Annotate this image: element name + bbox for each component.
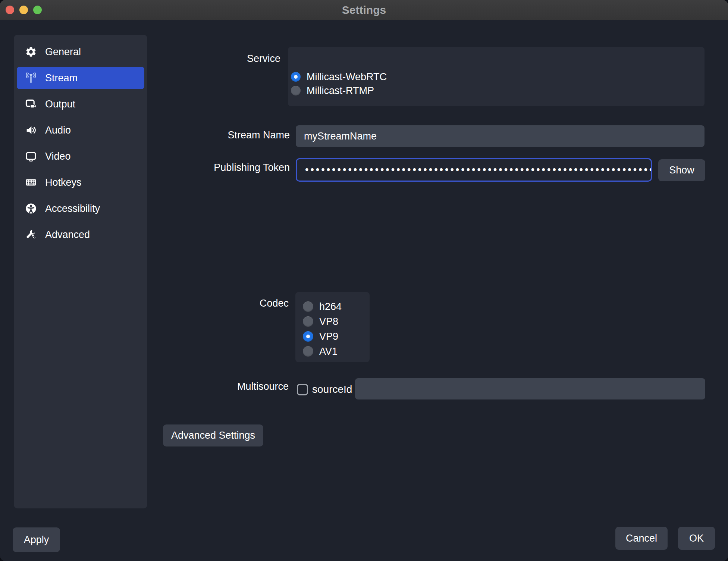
sidebar-item-hotkeys[interactable]: Hotkeys <box>17 171 144 194</box>
codec-option-vp9[interactable]: VP9 <box>303 331 370 342</box>
service-option-millicast-webrtc[interactable]: Millicast-WebRTC <box>291 72 705 82</box>
radio-unselected-icon[interactable] <box>303 346 313 357</box>
gear-icon <box>25 46 37 58</box>
screen-camera-icon <box>25 98 37 110</box>
codec-option-h264[interactable]: h264 <box>303 301 370 312</box>
keyboard-icon <box>25 176 37 188</box>
sidebar-item-stream[interactable]: Stream <box>17 67 144 89</box>
sidebar-item-label: General <box>45 46 81 58</box>
stream-name-label: Stream Name <box>228 129 290 141</box>
sidebar-item-label: Audio <box>45 125 71 136</box>
tools-icon <box>25 229 37 241</box>
sourceid-input[interactable] <box>355 378 705 399</box>
sourceid-checkbox-label: sourceId <box>312 383 352 395</box>
stream-name-input[interactable] <box>296 125 705 147</box>
sidebar-item-accessibility[interactable]: Accessibility <box>17 197 144 220</box>
sidebar: General Stream <box>14 35 147 508</box>
sidebar-item-output[interactable]: Output <box>17 93 144 115</box>
codec-label: Codec <box>260 298 289 309</box>
radio-unselected-icon[interactable] <box>291 86 301 95</box>
broadcast-icon <box>25 72 37 84</box>
window-title: Settings <box>0 0 728 20</box>
sidebar-item-label: Stream <box>45 72 78 84</box>
codec-option-av1[interactable]: AV1 <box>303 346 370 357</box>
sidebar-item-label: Hotkeys <box>45 177 82 188</box>
monitor-icon <box>25 150 37 162</box>
sidebar-item-video[interactable]: Video <box>17 145 144 167</box>
advanced-settings-button[interactable]: Advanced Settings <box>163 424 263 446</box>
sidebar-item-general[interactable]: General <box>17 41 144 63</box>
radio-unselected-icon[interactable] <box>303 301 313 312</box>
settings-window: Settings General Stream <box>0 0 728 561</box>
accessibility-icon <box>25 203 37 214</box>
titlebar: Settings <box>0 0 728 20</box>
radio-selected-icon[interactable] <box>303 331 313 342</box>
publishing-token-label: Publishing Token <box>214 162 290 173</box>
masked-token-value: ••••••••••••••••••••••••••••••••••••••••… <box>304 166 651 175</box>
service-option-millicast-rtmp[interactable]: Millicast-RTMP <box>291 85 705 96</box>
service-radio-group: Millicast-WebRTC Millicast-RTMP <box>288 47 705 106</box>
ok-button[interactable]: OK <box>678 527 715 550</box>
sidebar-item-audio[interactable]: Audio <box>17 119 144 141</box>
radio-unselected-icon[interactable] <box>303 316 313 327</box>
sidebar-item-label: Advanced <box>45 229 90 241</box>
sidebar-item-advanced[interactable]: Advanced <box>17 223 144 246</box>
sourceid-checkbox[interactable] <box>297 384 308 395</box>
show-token-button[interactable]: Show <box>658 159 705 181</box>
codec-radio-group: h264 VP8 VP9 AV1 <box>295 292 370 362</box>
sidebar-item-label: Video <box>45 151 71 162</box>
sidebar-item-label: Output <box>45 98 75 110</box>
cancel-button[interactable]: Cancel <box>615 527 668 550</box>
sidebar-item-label: Accessibility <box>45 203 100 214</box>
speaker-icon <box>25 124 37 136</box>
multisource-label: Multisource <box>237 381 289 392</box>
service-label: Service <box>247 53 280 65</box>
codec-option-vp8[interactable]: VP8 <box>303 316 370 327</box>
apply-button[interactable]: Apply <box>13 527 60 552</box>
publishing-token-input[interactable]: ••••••••••••••••••••••••••••••••••••••••… <box>296 158 652 182</box>
radio-selected-icon[interactable] <box>291 72 301 82</box>
